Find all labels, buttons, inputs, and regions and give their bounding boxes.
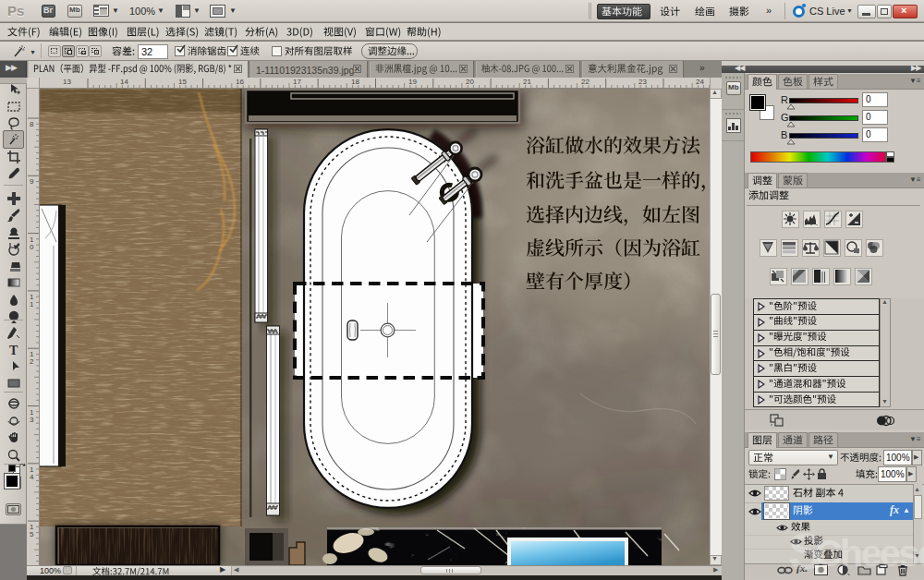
svg-text:T: T — [9, 344, 18, 357]
